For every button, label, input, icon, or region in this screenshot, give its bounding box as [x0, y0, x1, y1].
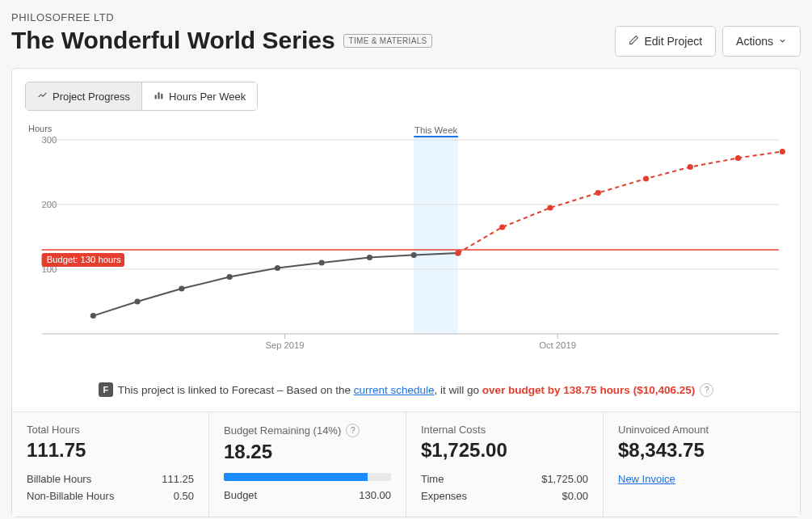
- svg-rect-1: [158, 92, 160, 99]
- svg-point-18: [90, 313, 96, 319]
- time-label: Time: [421, 471, 444, 488]
- costs-value: $1,725.00: [421, 439, 588, 462]
- svg-point-31: [643, 176, 649, 182]
- nonbillable-value: 0.50: [174, 488, 194, 505]
- svg-text:Sep 2019: Sep 2019: [265, 340, 304, 350]
- svg-rect-3: [414, 136, 458, 334]
- edit-project-button[interactable]: Edit Project: [615, 26, 716, 57]
- budget-value: 18.25: [224, 441, 391, 463]
- svg-point-32: [688, 164, 693, 170]
- svg-point-28: [499, 225, 505, 230]
- svg-point-19: [135, 299, 141, 305]
- nonbillable-label: Non-Billable Hours: [27, 488, 114, 505]
- svg-point-27: [455, 251, 461, 256]
- svg-point-22: [275, 265, 280, 271]
- help-icon[interactable]: ?: [700, 383, 713, 397]
- svg-rect-2: [161, 94, 162, 99]
- time-value: $1,725.00: [541, 471, 588, 488]
- svg-point-24: [367, 255, 372, 260]
- tab-project-progress[interactable]: Project Progress: [26, 82, 142, 110]
- help-icon[interactable]: ?: [346, 424, 360, 437]
- stat-uninvoiced: Uninvoiced Amount $8,343.75 New Invoice: [604, 412, 800, 517]
- forecast-message: F This project is linked to Forecast – B…: [25, 371, 787, 411]
- stat-budget: Budget Remaining (14%) ? 18.25 Budget130…: [209, 412, 406, 517]
- chart-svg: 100200300Sep 2019Oct 2019Budget: 130 hou…: [25, 124, 787, 358]
- forecast-icon: F: [99, 382, 113, 397]
- svg-point-20: [179, 286, 184, 292]
- svg-rect-36: [414, 136, 458, 137]
- expenses-value: $0.00: [562, 488, 588, 505]
- uninvoiced-value: $8,343.75: [618, 439, 785, 462]
- budget-total-value: 130.00: [359, 487, 391, 504]
- billing-type-badge: TIME & MATERIALS: [343, 34, 433, 48]
- progress-chart: Hours 100200300Sep 2019Oct 2019Budget: 1…: [25, 124, 787, 358]
- svg-text:This Week: This Week: [414, 125, 457, 135]
- svg-point-25: [411, 252, 417, 258]
- budget-progress-fill: [224, 473, 368, 481]
- bar-chart-icon: [154, 90, 164, 103]
- tab-progress-label: Project Progress: [53, 91, 130, 103]
- svg-text:Oct 2019: Oct 2019: [539, 340, 576, 350]
- billable-label: Billable Hours: [27, 471, 91, 488]
- svg-point-21: [227, 274, 233, 280]
- budget-progress: [224, 473, 391, 481]
- tab-hours-label: Hours Per Week: [169, 91, 246, 103]
- svg-point-29: [547, 205, 553, 211]
- budget-label: Budget Remaining (14%): [224, 424, 341, 437]
- new-invoice-link[interactable]: New Invoice: [618, 473, 675, 485]
- uninvoiced-label: Uninvoiced Amount: [618, 424, 785, 436]
- budget-total-label: Budget: [224, 487, 257, 504]
- chevron-down-icon: [778, 35, 787, 48]
- svg-text:200: 200: [42, 200, 57, 209]
- forecast-mid: , it will go: [435, 384, 480, 396]
- svg-point-34: [780, 149, 785, 154]
- chart-tabs: Project Progress Hours Per Week: [25, 82, 258, 111]
- pencil-icon: [629, 35, 639, 48]
- chart-ylabel: Hours: [28, 124, 52, 133]
- expenses-label: Expenses: [421, 488, 467, 505]
- svg-point-23: [319, 260, 325, 266]
- line-chart-icon: [37, 90, 48, 103]
- actions-label: Actions: [736, 35, 773, 48]
- svg-text:Budget: 130 hours: Budget: 130 hours: [47, 255, 121, 264]
- stat-internal-costs: Internal Costs $1,725.00 Time$1,725.00 E…: [406, 412, 604, 517]
- page-header: PHILOSOFREE LTD The Wonderful World Seri…: [11, 11, 801, 57]
- company-name: PHILOSOFREE LTD: [11, 11, 615, 23]
- billable-value: 111.25: [162, 471, 194, 488]
- actions-button[interactable]: Actions: [722, 26, 801, 57]
- svg-text:300: 300: [42, 135, 57, 145]
- forecast-danger: over budget by 138.75 hours ($10,406.25): [482, 384, 695, 396]
- tab-hours-per-week[interactable]: Hours Per Week: [142, 82, 257, 110]
- total-hours-label: Total Hours: [27, 424, 194, 436]
- svg-point-30: [595, 190, 601, 196]
- stat-total-hours: Total Hours 111.75 Billable Hours111.25 …: [12, 412, 209, 517]
- project-card: Project Progress Hours Per Week Hours 10…: [11, 68, 801, 517]
- project-title: The Wonderful World Series: [11, 27, 335, 54]
- edit-project-label: Edit Project: [644, 35, 702, 48]
- current-schedule-link[interactable]: current schedule: [354, 384, 435, 396]
- costs-label: Internal Costs: [421, 424, 588, 436]
- svg-point-33: [735, 155, 741, 161]
- total-hours-value: 111.75: [27, 439, 194, 462]
- stats-row: Total Hours 111.75 Billable Hours111.25 …: [12, 411, 800, 517]
- svg-rect-0: [155, 95, 157, 99]
- forecast-prefix: This project is linked to Forecast – Bas…: [118, 384, 351, 396]
